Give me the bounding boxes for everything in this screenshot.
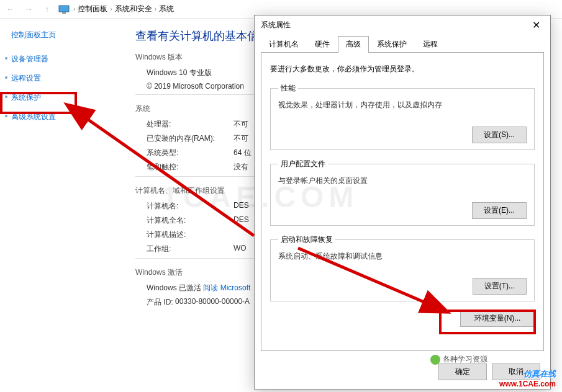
sidebar: 控制面板主页 设备管理器 远程设置 系统保护 高级系统设置	[0, 19, 118, 391]
row-label: 已安装的内存(RAM):	[147, 133, 233, 144]
group-legend: 启动和故障恢复	[278, 234, 335, 245]
close-button[interactable]: ✕	[528, 19, 544, 31]
system-properties-dialog: 系统属性 ✕ 计算机名 硬件 高级 系统保护 远程 要进行大多数更改，你必须作为…	[254, 15, 551, 390]
row-label: 系统类型:	[147, 148, 233, 158]
row-value: DES	[233, 201, 249, 212]
tab-advanced[interactable]: 高级	[338, 36, 369, 53]
group-desc: 视觉效果，处理器计划，内存使用，以及虚拟内存	[278, 100, 527, 110]
breadcrumb-item[interactable]: 控制面板	[78, 4, 107, 14]
tab-remote[interactable]: 远程	[415, 36, 446, 53]
nav-forward[interactable]: →	[21, 4, 36, 14]
sidebar-item-advanced[interactable]: 高级系统设置	[6, 112, 112, 122]
nav-up[interactable]: ↑	[40, 4, 55, 14]
breadcrumb-sep: ›	[73, 6, 75, 12]
ok-button[interactable]: 确定	[438, 363, 487, 380]
group-startup: 启动和故障恢复 系统启动、系统故障和调试信息 设置(T)...	[270, 234, 535, 301]
group-desc: 与登录帐户相关的桌面设置	[278, 176, 527, 186]
group-desc: 系统启动、系统故障和调试信息	[278, 251, 527, 262]
group-profile: 用户配置文件 与登录帐户相关的桌面设置 设置(E)...	[270, 159, 535, 226]
dialog-footer: 确定 取消	[255, 357, 550, 389]
row-value: 不可	[233, 119, 248, 130]
sidebar-item-device-manager[interactable]: 设备管理器	[6, 54, 112, 65]
row-label: 计算机全名:	[147, 215, 233, 226]
activation-link[interactable]: 阅读 Microsoft	[203, 283, 250, 293]
cancel-button[interactable]: 取消	[492, 363, 540, 380]
row-label: 处理器:	[147, 119, 233, 130]
row-value: DES	[233, 215, 249, 226]
row-value: WO	[233, 244, 247, 254]
performance-settings-button[interactable]: 设置(S)...	[472, 127, 527, 143]
breadcrumb-item[interactable]: 系统	[159, 4, 174, 14]
breadcrumb[interactable]: › 控制面板 › 系统和安全 › 系统	[73, 4, 174, 14]
sidebar-item-protection[interactable]: 系统保护	[6, 92, 112, 103]
sidebar-home[interactable]: 控制面板主页	[6, 30, 112, 40]
svg-rect-0	[59, 6, 69, 12]
tabs: 计算机名 硬件 高级 系统保护 远程	[261, 35, 544, 53]
activation-status: Windows 已激活	[147, 283, 201, 293]
nav-back[interactable]: ←	[2, 4, 17, 14]
win-copyright: © 2019 Microsoft Corporation	[147, 82, 244, 91]
group-legend: 性能	[278, 83, 298, 94]
row-value: 64 位	[233, 148, 252, 158]
watermark-label: 各种学习资源	[430, 354, 487, 365]
monitor-icon	[58, 5, 70, 14]
group-legend: 用户配置文件	[278, 159, 328, 169]
sidebar-item-remote[interactable]: 远程设置	[6, 73, 112, 84]
tab-hardware[interactable]: 硬件	[307, 36, 338, 53]
dialog-title: 系统属性	[261, 20, 291, 30]
product-id-label: 产品 ID:	[147, 297, 173, 308]
tab-protection[interactable]: 系统保护	[369, 36, 415, 53]
win-edition: Windows 10 专业版	[147, 68, 212, 78]
row-label: 工作组:	[147, 244, 233, 254]
row-label: 计算机描述:	[147, 229, 233, 240]
tab-body-advanced: 要进行大多数更改，你必须作为管理员登录。 性能 视觉效果，处理器计划，内存使用，…	[261, 53, 544, 351]
group-performance: 性能 视觉效果，处理器计划，内存使用，以及虚拟内存 设置(S)...	[270, 83, 535, 150]
product-id: 00330-80000-00000-A	[175, 297, 250, 308]
svg-rect-1	[62, 12, 66, 14]
admin-note: 要进行大多数更改，你必须作为管理员登录。	[270, 64, 535, 74]
row-value: 没有	[233, 162, 248, 172]
breadcrumb-sep: ›	[155, 6, 156, 12]
breadcrumb-item[interactable]: 系统和安全	[115, 4, 152, 14]
row-value: 不可	[233, 133, 248, 144]
environment-variables-button[interactable]: 环境变量(N)...	[460, 310, 535, 327]
tab-computer-name[interactable]: 计算机名	[261, 36, 307, 53]
row-label: 计算机名:	[147, 201, 233, 212]
breadcrumb-sep: ›	[110, 6, 112, 12]
dialog-titlebar: 系统属性 ✕	[255, 16, 550, 34]
startup-settings-button[interactable]: 设置(T)...	[473, 278, 527, 295]
profile-settings-button[interactable]: 设置(E)...	[472, 202, 527, 219]
row-label: 笔和触控:	[147, 162, 233, 172]
